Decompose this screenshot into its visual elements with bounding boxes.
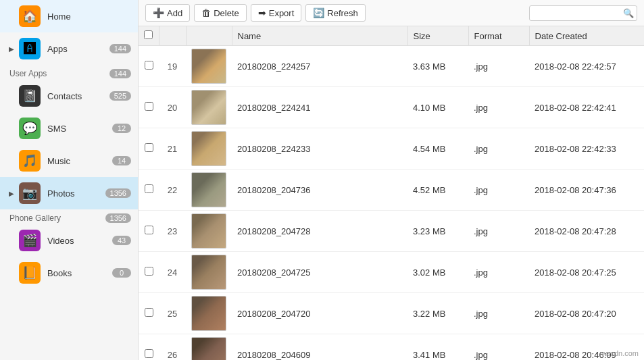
row-number: 20 — [159, 87, 186, 128]
row-date: 2018-02-08 22:42:57 — [529, 46, 644, 87]
row-date: 2018-02-08 20:47:36 — [529, 170, 644, 211]
table-row: 26 20180208_204609 3.41 MB .jpg 2018-02-… — [139, 334, 644, 361]
export-label: Export — [269, 8, 295, 18]
row-checkbox[interactable] — [145, 267, 153, 276]
watermark: wsxdn.com — [601, 349, 639, 357]
search-input[interactable] — [529, 5, 637, 21]
row-thumbnail — [186, 128, 232, 170]
search-icon[interactable]: 🔍 — [623, 8, 634, 18]
row-number: 25 — [159, 293, 186, 334]
sidebar-section-label: User Apps — [9, 69, 47, 78]
select-all-checkbox[interactable] — [144, 30, 153, 39]
row-format: .jpg — [468, 170, 529, 211]
row-thumbnail — [186, 87, 232, 128]
expand-arrow-icon: ▶ — [7, 45, 16, 53]
col-header-format[interactable]: Format — [468, 26, 529, 46]
row-size: 3.02 MB — [407, 252, 468, 293]
row-checkbox[interactable] — [145, 308, 153, 317]
add-button[interactable]: ➕ Add — [145, 4, 190, 22]
contacts-icon: 📓 — [19, 85, 41, 107]
music-icon: 🎵 — [19, 150, 41, 172]
sidebar-badge-videos: 43 — [112, 236, 131, 245]
row-number: 26 — [159, 334, 186, 361]
table-row: 25 20180208_204720 3.22 MB .jpg 2018-02-… — [139, 293, 644, 334]
sidebar: 🏠 Home ▶ 🅰 Apps 144 User Apps144 📓 Conta… — [0, 0, 139, 360]
row-name: 20180208_204725 — [232, 252, 407, 293]
file-table: Name Size Format Date Created 19 2018020… — [139, 26, 644, 360]
row-checkbox[interactable] — [145, 226, 153, 234]
sidebar-item-sms[interactable]: 💬 SMS 12 — [0, 112, 138, 145]
row-checkbox[interactable] — [145, 349, 153, 358]
row-checkbox-cell — [139, 128, 159, 170]
row-name: 20180208_204728 — [232, 211, 407, 252]
sidebar-item-apps[interactable]: ▶ 🅰 Apps 144 — [0, 32, 138, 65]
sidebar-item-contacts[interactable]: 📓 Contacts 525 — [0, 80, 138, 112]
row-checkbox[interactable] — [145, 102, 153, 111]
col-header-check — [139, 26, 159, 46]
sidebar-label-photos: Photos — [47, 188, 105, 199]
sidebar-label-contacts: Contacts — [47, 91, 109, 101]
row-name: 20180208_224233 — [232, 128, 407, 170]
row-name: 20180208_204720 — [232, 293, 407, 334]
sms-icon: 💬 — [19, 118, 41, 139]
row-thumbnail — [186, 293, 232, 334]
row-name: 20180208_224257 — [232, 46, 407, 87]
videos-icon: 🎬 — [19, 230, 41, 251]
row-date: 2018-02-08 22:42:41 — [529, 87, 644, 128]
thumbnail-image — [191, 131, 226, 166]
row-number: 19 — [159, 46, 186, 87]
row-size: 4.10 MB — [407, 87, 468, 128]
row-checkbox[interactable] — [145, 184, 153, 193]
row-size: 3.22 MB — [407, 293, 468, 334]
row-number: 23 — [159, 211, 186, 252]
col-header-name[interactable]: Name — [232, 26, 407, 46]
home-icon: 🏠 — [19, 5, 41, 27]
col-header-date[interactable]: Date Created — [529, 26, 644, 46]
row-format: .jpg — [468, 87, 529, 128]
col-header-size[interactable]: Size — [407, 26, 468, 46]
row-size: 4.54 MB — [407, 128, 468, 170]
apps-icon: 🅰 — [19, 38, 41, 59]
sidebar-label-sms: SMS — [47, 124, 112, 134]
col-header-thumb — [186, 26, 232, 46]
table-row: 21 20180208_224233 4.54 MB .jpg 2018-02-… — [139, 128, 644, 170]
thumbnail-image — [191, 49, 226, 84]
row-thumbnail — [186, 170, 232, 211]
row-format: .jpg — [468, 293, 529, 334]
sidebar-item-music[interactable]: 🎵 Music 14 — [0, 145, 138, 177]
row-date: 2018-02-08 20:47:28 — [529, 211, 644, 252]
row-checkbox[interactable] — [145, 61, 153, 70]
row-checkbox[interactable] — [145, 143, 153, 152]
sidebar-label-books: Books — [47, 268, 112, 278]
books-icon: 📙 — [19, 262, 41, 284]
thumbnail-image — [191, 90, 226, 125]
sidebar-item-photos[interactable]: ▶ 📷 Photos 1356 — [0, 177, 138, 209]
sidebar-section-user-apps-section: User Apps144 — [0, 65, 138, 80]
thumbnail-image — [191, 255, 226, 290]
row-checkbox-cell — [139, 170, 159, 211]
refresh-button[interactable]: 🔄 Refresh — [305, 4, 366, 22]
export-button[interactable]: ➡ Export — [251, 4, 302, 22]
row-date: 2018-02-08 20:47:20 — [529, 293, 644, 334]
table-row: 23 20180208_204728 3.23 MB .jpg 2018-02-… — [139, 211, 644, 252]
row-size: 3.63 MB — [407, 46, 468, 87]
row-thumbnail — [186, 334, 232, 361]
main-content: ➕ Add 🗑 Delete ➡ Export 🔄 Refresh 🔍 — [139, 0, 644, 360]
row-name: 20180208_224241 — [232, 87, 407, 128]
row-size: 4.52 MB — [407, 170, 468, 211]
thumbnail-image — [191, 172, 226, 207]
sidebar-item-home[interactable]: 🏠 Home — [0, 0, 138, 32]
sidebar-item-books[interactable]: 📙 Books 0 — [0, 257, 138, 289]
sidebar-label-home: Home — [47, 11, 131, 22]
row-checkbox-cell — [139, 211, 159, 252]
col-header-num — [159, 26, 186, 46]
row-format: .jpg — [468, 46, 529, 87]
add-icon: ➕ — [153, 7, 164, 18]
sidebar-section-badge: 144 — [109, 69, 131, 78]
row-format: .jpg — [468, 334, 529, 361]
row-number: 22 — [159, 170, 186, 211]
delete-button[interactable]: 🗑 Delete — [194, 4, 247, 22]
sidebar-item-videos[interactable]: 🎬 Videos 43 — [0, 224, 138, 257]
sidebar-badge-books: 0 — [112, 268, 131, 278]
sidebar-section-badge: 1356 — [105, 213, 131, 223]
